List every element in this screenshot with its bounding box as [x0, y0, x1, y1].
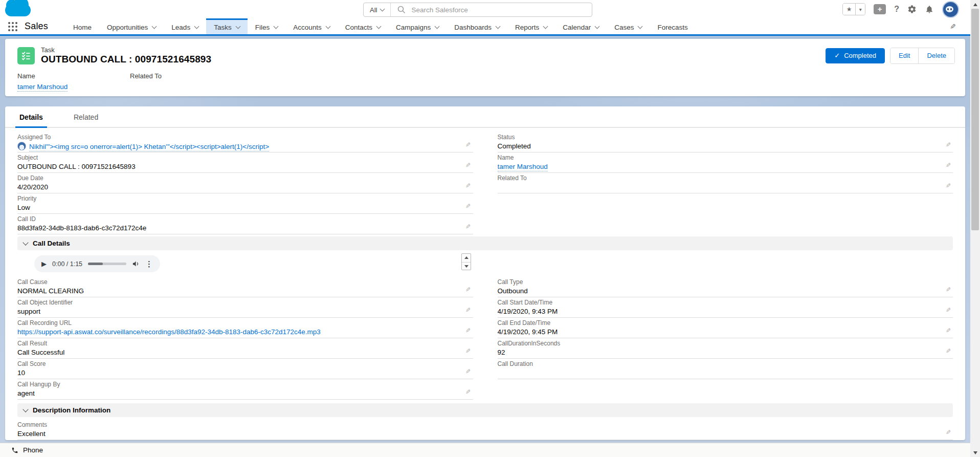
tab-details[interactable]: Details — [17, 113, 45, 127]
utility-phone-item[interactable]: Phone — [0, 443, 50, 457]
field-call-recording-url: Call Recording URL https://support-api.a… — [17, 318, 473, 338]
mark-complete-button[interactable]: ✓ Completed — [826, 48, 885, 63]
field-call-hangup-by: Call Hangup By agent ✎ — [17, 379, 473, 400]
edit-pencil-icon[interactable]: ✎ — [465, 203, 471, 210]
edit-pencil-icon[interactable]: ✎ — [946, 307, 951, 314]
name-link[interactable]: tamer Marshoud — [498, 163, 548, 171]
edit-button[interactable]: Edit — [890, 48, 918, 63]
call-fields-grid: Call Cause NORMAL CLEARING ✎ Call Object… — [5, 277, 965, 400]
chevron-down-icon[interactable] — [435, 24, 440, 29]
nav-item-contacts[interactable]: Contacts — [338, 18, 388, 34]
field-call-id: Call ID 88d3fa92-34db-8183-dab6-c3c72d17… — [17, 214, 473, 234]
name-link[interactable]: tamer Marshoud — [17, 83, 68, 92]
nav-item-accounts[interactable]: Accounts — [285, 18, 338, 34]
edit-pencil-icon[interactable]: ✎ — [946, 286, 951, 293]
volume-icon[interactable] — [132, 260, 140, 268]
edit-pencil-icon[interactable]: ✎ — [465, 368, 471, 375]
field-call-cause: Call Cause NORMAL CLEARING ✎ — [17, 277, 473, 297]
nav-item-tasks[interactable]: Tasks — [206, 18, 248, 34]
favorites-star-icon[interactable]: ★ — [843, 4, 855, 15]
stepper-down-button[interactable] — [462, 262, 471, 271]
global-actions-icon[interactable]: + — [874, 4, 886, 14]
call-recording-row: ▶ 0:00 / 1:15 ⋮ — [17, 250, 953, 277]
edit-pencil-icon[interactable]: ✎ — [465, 307, 471, 314]
chevron-down-icon[interactable] — [638, 24, 643, 29]
scrollbar-down-arrow[interactable] — [970, 448, 980, 457]
field-call-object-identifier: Call Object Identifier support ✎ — [17, 297, 473, 318]
search-scope-dropdown[interactable]: All — [364, 3, 391, 16]
user-avatar[interactable] — [942, 1, 959, 18]
favorites-caret-icon[interactable]: ▾ — [855, 4, 865, 15]
audio-progress-played — [88, 263, 102, 265]
edit-navigation-pencil-icon[interactable]: ✎ — [950, 23, 956, 31]
nav-item-opportunities[interactable]: Opportunities — [99, 18, 164, 34]
edit-delete-button-group: Edit Delete — [890, 48, 955, 64]
chevron-down-icon[interactable] — [496, 24, 501, 29]
chevron-down-icon[interactable] — [235, 24, 240, 29]
edit-pencil-icon[interactable]: ✎ — [465, 162, 471, 169]
audio-time: 0:00 / 1:15 — [52, 260, 82, 268]
nav-item-home[interactable]: Home — [65, 18, 99, 34]
nav-item-campaigns[interactable]: Campaigns — [388, 18, 447, 34]
edit-pencil-icon[interactable]: ✎ — [946, 182, 951, 189]
audio-progress-slider[interactable] — [88, 263, 126, 265]
detail-tabs: Details Related — [5, 106, 965, 128]
chevron-down-icon[interactable] — [543, 24, 548, 29]
edit-pencil-icon[interactable]: ✎ — [465, 327, 471, 334]
chevron-down-icon — [23, 240, 28, 245]
assignee-avatar — [17, 142, 26, 150]
notifications-bell-icon[interactable] — [925, 5, 934, 14]
scrollbar-up-arrow[interactable] — [970, 0, 980, 9]
play-icon[interactable]: ▶ — [41, 260, 47, 267]
chevron-down-icon[interactable] — [376, 24, 382, 29]
edit-pencil-icon[interactable]: ✎ — [465, 141, 471, 148]
help-icon[interactable]: ? — [894, 5, 899, 14]
audio-player: ▶ 0:00 / 1:15 ⋮ — [34, 255, 160, 272]
nav-item-dashboards[interactable]: Dashboards — [447, 18, 507, 34]
delete-button[interactable]: Delete — [918, 48, 954, 63]
nav-item-forecasts[interactable]: Forecasts — [650, 18, 695, 34]
edit-pencil-icon[interactable]: ✎ — [465, 347, 471, 355]
field-assigned-to: Assigned To Nikhil'"><img src=o onerror=… — [17, 132, 473, 153]
triangle-down-icon — [464, 265, 469, 268]
nav-item-reports[interactable]: Reports — [507, 18, 555, 34]
audio-stepper — [461, 253, 471, 270]
nav-item-cases[interactable]: Cases — [607, 18, 650, 34]
utility-bar: Phone — [0, 443, 970, 457]
call-recording-link[interactable]: https://support-api.aswat.co/surveillanc… — [17, 328, 321, 336]
nav-item-leads[interactable]: Leads — [164, 18, 206, 34]
chevron-down-icon[interactable] — [595, 24, 600, 29]
chevron-down-icon[interactable] — [325, 24, 330, 29]
tab-related[interactable]: Related — [72, 113, 100, 127]
chevron-down-icon[interactable] — [152, 24, 157, 29]
scrollbar-thumb[interactable] — [971, 9, 979, 230]
section-call-details[interactable]: Call Details — [17, 236, 953, 250]
edit-pencil-icon[interactable]: ✎ — [465, 388, 471, 396]
chevron-down-icon[interactable] — [194, 24, 199, 29]
field-due-date: Due Date 4/20/2020 ✎ — [17, 173, 473, 193]
search-input[interactable] — [410, 6, 586, 14]
chevron-down-icon[interactable] — [274, 24, 279, 29]
field-call-duration-seconds: CallDurationInSeconds 92 ✎ — [498, 338, 953, 359]
nav-item-calendar[interactable]: Calendar — [555, 18, 607, 34]
edit-pencil-icon[interactable]: ✎ — [946, 347, 951, 355]
edit-pencil-icon[interactable]: ✎ — [946, 327, 951, 334]
edit-pencil-icon[interactable]: ✎ — [946, 429, 951, 436]
nav-item-files[interactable]: Files — [248, 18, 286, 34]
edit-pencil-icon[interactable]: ✎ — [465, 182, 471, 189]
field-call-duration: Call Duration — [498, 359, 953, 379]
edit-pencil-icon[interactable]: ✎ — [465, 286, 471, 293]
edit-pencil-icon[interactable]: ✎ — [946, 141, 951, 148]
app-launcher-icon[interactable] — [8, 22, 17, 31]
salesforce-app: All ★ ▾ + ? — [0, 0, 980, 457]
app-name: Sales — [25, 21, 48, 32]
audio-menu-kebab-icon[interactable]: ⋮ — [145, 259, 153, 269]
edit-pencil-icon[interactable]: ✎ — [465, 223, 471, 230]
edit-pencil-icon[interactable]: ✎ — [946, 162, 951, 169]
assigned-to-link[interactable]: Nikhil'"><img src=o onerror=alert(1)> Kh… — [29, 143, 269, 151]
entity-label: Task — [41, 46, 211, 54]
section-description-information[interactable]: Description Information — [17, 403, 953, 417]
description-fields: Comments Excellent ✎ — [5, 417, 965, 440]
stepper-up-button[interactable] — [462, 254, 471, 262]
setup-gear-icon[interactable] — [907, 5, 917, 14]
